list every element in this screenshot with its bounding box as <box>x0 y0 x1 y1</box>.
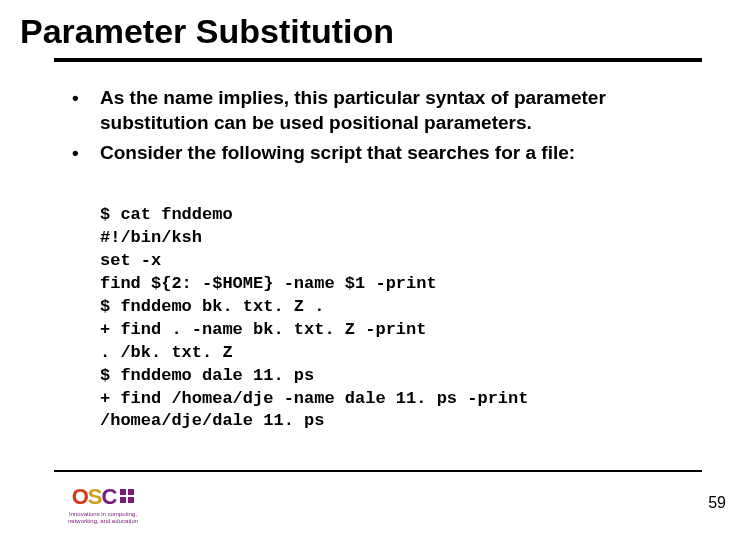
logo-letter-s: S <box>88 484 102 509</box>
bottom-rule <box>54 470 702 472</box>
code-line: $ fnddemo bk. txt. Z . <box>100 297 324 316</box>
logo-row: OSC <box>72 484 135 510</box>
code-line: + find . -name bk. txt. Z -print <box>100 320 426 339</box>
code-line: $ fnddemo dale 11. ps <box>100 366 314 385</box>
bullet-item: • As the name implies, this particular s… <box>72 86 702 135</box>
code-line: + find /homea/dje -name dale 11. ps -pri… <box>100 389 528 408</box>
bullet-text: As the name implies, this particular syn… <box>100 86 702 135</box>
logo-letter-o: O <box>72 484 88 509</box>
logo-letter-c: C <box>101 484 116 509</box>
logo-squares-icon <box>120 489 134 505</box>
bullet-text: Consider the following script that searc… <box>100 141 702 166</box>
slide-title: Parameter Substitution <box>20 12 394 51</box>
logo-tagline: Innovations in computing, networking, an… <box>68 511 138 524</box>
code-line: /homea/dje/dale 11. ps <box>100 411 324 430</box>
code-block: $ cat fnddemo #!/bin/ksh set -x find ${2… <box>100 204 528 433</box>
code-line: . /bk. txt. Z <box>100 343 233 362</box>
bullet-marker: • <box>72 86 100 135</box>
bullet-item: • Consider the following script that sea… <box>72 141 702 166</box>
code-line: find ${2: -$HOME} -name $1 -print <box>100 274 437 293</box>
code-line: $ cat fnddemo <box>100 205 233 224</box>
title-underline <box>54 58 702 62</box>
logo-tagline-line: networking, and education <box>68 518 138 524</box>
code-line: set -x <box>100 251 161 270</box>
osc-logo: OSC Innovations in computing, networking… <box>68 484 138 524</box>
code-line: #!/bin/ksh <box>100 228 202 247</box>
logo-text: OSC <box>72 484 117 510</box>
bullet-marker: • <box>72 141 100 166</box>
logo-tagline-line: Innovations in computing, <box>68 511 138 517</box>
slide: Parameter Substitution • As the name imp… <box>0 0 756 540</box>
bullet-list: • As the name implies, this particular s… <box>72 86 702 172</box>
page-number: 59 <box>708 494 726 512</box>
